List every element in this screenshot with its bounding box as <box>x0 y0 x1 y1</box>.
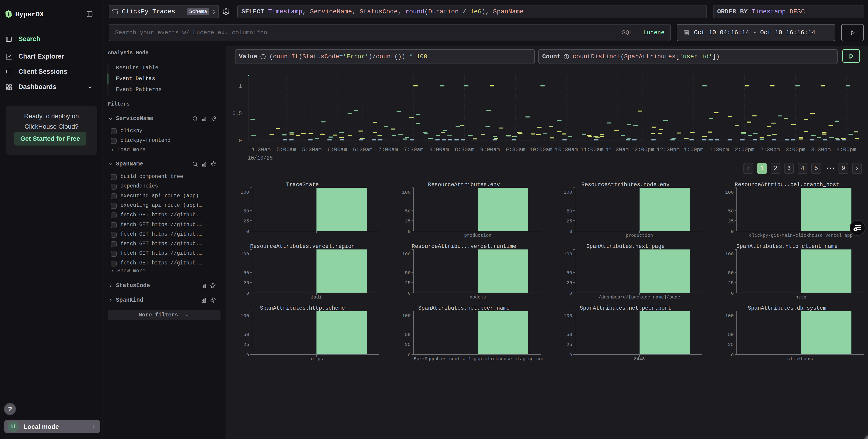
svg-text:8443: 8443 <box>634 356 645 361</box>
svg-text:50: 50 <box>566 270 572 275</box>
svg-text:ResourceAttribu..cel.branch_ho: ResourceAttribu..cel.branch_host <box>735 182 839 188</box>
svg-text:50: 50 <box>728 332 734 337</box>
svg-text:50: 50 <box>405 332 411 337</box>
svg-text:0: 0 <box>239 138 242 144</box>
svg-text:clickpy-git-main-clickhouse.ve: clickpy-git-main-clickhouse.vercel.app <box>749 233 852 238</box>
svg-text:50: 50 <box>566 332 572 337</box>
svg-text:100: 100 <box>402 313 411 319</box>
svg-text:100: 100 <box>563 252 572 257</box>
svg-text:0: 0 <box>569 229 572 234</box>
svg-text:0: 0 <box>408 229 411 234</box>
svg-text:2:30pm: 2:30pm <box>760 147 780 153</box>
svg-text:production: production <box>626 233 653 238</box>
svg-text:12:00pm: 12:00pm <box>631 147 654 153</box>
svg-text:25: 25 <box>728 342 734 347</box>
svg-text:0: 0 <box>408 353 411 358</box>
svg-text:25: 25 <box>405 280 411 286</box>
svg-text:100: 100 <box>725 190 734 195</box>
svg-text:100: 100 <box>402 190 411 195</box>
svg-text:50: 50 <box>728 270 734 275</box>
svg-text:iad1: iad1 <box>311 295 322 300</box>
svg-text:4:00pm: 4:00pm <box>836 147 856 153</box>
svg-text:6:30am: 6:30am <box>353 147 373 153</box>
svg-text:25: 25 <box>243 280 249 286</box>
svg-text:SpanAttributes.next.page: SpanAttributes.next.page <box>586 243 665 250</box>
svg-text:0: 0 <box>246 291 249 296</box>
svg-text:SpanAttributes.net.peer.name: SpanAttributes.net.peer.name <box>418 305 509 311</box>
svg-text:clickhouse: clickhouse <box>787 356 814 361</box>
svg-text:10:30am: 10:30am <box>555 147 578 153</box>
svg-text:0: 0 <box>246 353 249 358</box>
svg-text:9:00am: 9:00am <box>480 147 500 153</box>
svg-text:50: 50 <box>728 209 734 214</box>
svg-text:3:30pm: 3:30pm <box>811 147 831 153</box>
svg-text:8:00am: 8:00am <box>429 147 449 153</box>
svg-text:50: 50 <box>243 209 249 214</box>
svg-text:SpanAttributes.http.client.nam: SpanAttributes.http.client.name <box>736 243 838 250</box>
svg-text:0.5: 0.5 <box>232 111 242 117</box>
svg-text:3:00pm: 3:00pm <box>786 147 805 153</box>
svg-text:5:00am: 5:00am <box>277 147 296 153</box>
svg-text:50: 50 <box>243 270 249 275</box>
svg-text:SpanAttributes.http.scheme: SpanAttributes.http.scheme <box>260 305 345 311</box>
svg-text:https: https <box>309 356 323 361</box>
svg-text:25: 25 <box>405 218 411 224</box>
svg-text:100: 100 <box>241 252 249 257</box>
svg-text:25: 25 <box>243 342 249 347</box>
svg-text:12:30pm: 12:30pm <box>657 147 680 153</box>
svg-text:50: 50 <box>405 209 411 214</box>
svg-text:100: 100 <box>725 252 734 257</box>
svg-text:7:30am: 7:30am <box>404 147 423 153</box>
svg-text:25: 25 <box>566 218 572 224</box>
svg-text:7:00am: 7:00am <box>378 147 398 153</box>
svg-text:100: 100 <box>402 252 411 257</box>
svg-text:25: 25 <box>728 280 734 286</box>
svg-text:11:30am: 11:30am <box>606 147 629 153</box>
svg-text:4:30am: 4:30am <box>251 147 271 153</box>
svg-text:50: 50 <box>243 332 249 337</box>
svg-text:SpanAttributes.db.system: SpanAttributes.db.system <box>748 305 826 311</box>
svg-text:TraceState: TraceState <box>286 182 319 188</box>
svg-text:nodejs: nodejs <box>470 295 486 300</box>
svg-text:0: 0 <box>569 291 572 296</box>
svg-text:ResourceAttributes.node.env: ResourceAttributes.node.env <box>582 182 670 188</box>
svg-text:10:00am: 10:00am <box>529 147 552 153</box>
svg-text:100: 100 <box>241 313 249 319</box>
svg-text:ResourceAttributes.env: ResourceAttributes.env <box>428 182 500 188</box>
svg-text:100: 100 <box>563 313 572 319</box>
svg-text:production: production <box>464 233 491 238</box>
svg-text:1: 1 <box>239 84 242 89</box>
svg-text:http: http <box>796 295 806 300</box>
svg-text:9:30am: 9:30am <box>506 147 525 153</box>
svg-text:100: 100 <box>563 190 572 195</box>
svg-text:5:30am: 5:30am <box>302 147 321 153</box>
svg-text:SpanAttributes.net.peer.port: SpanAttributes.net.peer.port <box>580 305 671 311</box>
svg-text:8:30am: 8:30am <box>455 147 474 153</box>
svg-text:0: 0 <box>731 229 734 234</box>
svg-text:100: 100 <box>241 190 249 195</box>
svg-text:100: 100 <box>725 313 734 319</box>
svg-text:1:00pm: 1:00pm <box>684 147 703 153</box>
svg-text:0: 0 <box>408 291 411 296</box>
svg-text:0: 0 <box>731 291 734 296</box>
svg-text:ResourceAttribu...vercel.runti: ResourceAttribu...vercel.runtime <box>412 243 516 250</box>
svg-text:25: 25 <box>566 342 572 347</box>
svg-text:0: 0 <box>731 353 734 358</box>
svg-text:2:00pm: 2:00pm <box>735 147 754 153</box>
svg-text:ResourceAttributes.vercel.regi: ResourceAttributes.vercel.region <box>250 243 355 250</box>
svg-text:25: 25 <box>243 218 249 224</box>
svg-text:50: 50 <box>566 209 572 214</box>
svg-text:0: 0 <box>569 353 572 358</box>
svg-text:11:00am: 11:00am <box>580 147 603 153</box>
svg-text:1:30pm: 1:30pm <box>709 147 729 153</box>
svg-text:10/10/25: 10/10/25 <box>248 155 273 161</box>
svg-text:50: 50 <box>405 270 411 275</box>
svg-text:25: 25 <box>405 342 411 347</box>
svg-text:0: 0 <box>246 229 249 234</box>
svg-text:6:00am: 6:00am <box>328 147 347 153</box>
svg-text:25: 25 <box>566 280 572 286</box>
svg-text:25: 25 <box>728 218 734 224</box>
